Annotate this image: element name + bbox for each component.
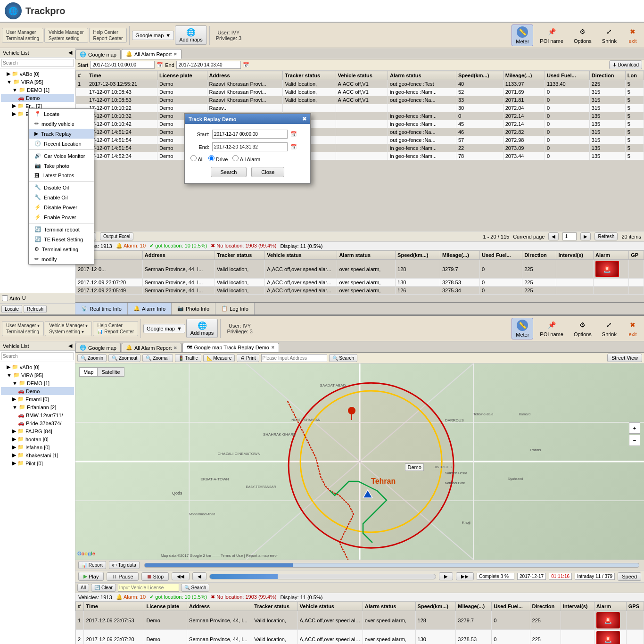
b-help-center-btn[interactable]: Help Center — [96, 322, 135, 329]
b-tree-emami[interactable]: ▶📁Emami [0] — [1, 395, 74, 403]
dialog-calendar-end[interactable]: 📅 — [290, 144, 297, 150]
add-maps-button[interactable]: 🌐 Add maps — [175, 25, 207, 45]
tree-item-vira[interactable]: ▼📁VIRA [95] — [1, 78, 74, 86]
b-tree-pilot[interactable]: ▶📁Pilot [0] — [1, 459, 74, 467]
address-input[interactable] — [261, 354, 327, 362]
b-sidebar-search-input[interactable] — [1, 352, 74, 360]
radio-all-alarm[interactable] — [232, 155, 239, 161]
alarm-table-row[interactable]: 17-12-07 10:10:42 Demo Razav... in geo-f… — [76, 120, 644, 128]
alarm-table-row[interactable]: 17-12-07 10:08:43 Demo Razavi Khorasan P… — [76, 88, 644, 96]
b-map-selector[interactable]: Google map ▼ — [143, 324, 185, 333]
ctx-car-voice[interactable]: 🔊 Car Voice Monitor — [29, 151, 94, 161]
refresh-results-btn[interactable]: Refresh — [594, 232, 618, 240]
poi-name-btn[interactable]: 📌 POI name — [536, 25, 567, 46]
alarm-table-row[interactable]: 17-12-07 10:10:22 Demo Razav... 30 2072.… — [76, 104, 644, 112]
next-btn[interactable]: ▶ — [439, 572, 453, 580]
output-excel-btn[interactable]: Output Excel — [100, 232, 133, 240]
radio-drive[interactable] — [208, 155, 215, 161]
realtime-table-scroll-top[interactable]: Time Address Tracker status Vehicle stat… — [75, 250, 644, 302]
map-selector[interactable]: Google map ▼ — [132, 31, 174, 40]
b-tree-demo[interactable]: 🚗Demo — [1, 387, 74, 395]
tree-item-demo-group[interactable]: ▼📁DEMO [1] — [1, 86, 74, 94]
vehicle-manager-group[interactable]: Vehicle Manager System setting — [44, 28, 88, 43]
page-prev-btn[interactable]: ◀ — [548, 232, 559, 240]
street-view-btn[interactable]: Street View — [607, 354, 642, 362]
b-user-manager-group[interactable]: User Manager ▾ Terminal setting — [2, 321, 44, 336]
b-vehicle-manager-btn[interactable]: Vehicle Manager ▾ — [48, 322, 89, 329]
b-help-center-group[interactable]: Help Center 📊 Report Center — [93, 321, 138, 336]
page-number-input[interactable] — [562, 232, 577, 240]
prev-btn[interactable]: ◀ — [192, 572, 206, 580]
alarm-table-row[interactable]: 17-12-07 14:52:34 Demo Razav... asan Pro… — [76, 152, 644, 160]
zoom-plus-btn[interactable]: + — [629, 422, 640, 434]
b-tab-alarm-report[interactable]: 🔔 All Alarm Report ✖ — [122, 343, 182, 352]
ctx-take-photo[interactable]: 📷 Take photo — [29, 161, 94, 171]
bottom-table-row[interactable]: 2 2017-12-09 23:07:20 Demo Semnan Provin… — [76, 630, 644, 644]
tree-item-vabo[interactable]: ▶📁vABo [0] — [1, 70, 74, 78]
help-center-btn[interactable]: Help Center — [92, 29, 124, 35]
map-btn[interactable]: Map — [79, 367, 97, 377]
shrink-btn[interactable]: ⤢ Shrink — [598, 25, 620, 46]
radio-drive-label[interactable]: Drive — [208, 155, 228, 162]
ctx-enable-oil[interactable]: 🔧 Enable Oil — [29, 192, 94, 202]
ctx-disable-oil[interactable]: 🔧 Disable Oil — [29, 182, 94, 192]
b-tree-pride[interactable]: 🚗Pride-37be374/ — [1, 419, 74, 427]
page-next-btn[interactable]: ▶ — [580, 232, 591, 240]
bottom-tab-alarm[interactable]: 🔔 Alarm Info — [128, 303, 172, 314]
prev-skip-btn[interactable]: ◀◀ — [172, 572, 190, 580]
traffic-btn[interactable]: 🚦 Traffic — [175, 354, 201, 362]
user-manager-btn[interactable]: User Manager — [5, 29, 40, 35]
dialog-calendar-start[interactable]: 📅 — [290, 131, 297, 137]
sidebar-collapse-icon[interactable]: ◀ — [68, 50, 72, 56]
b-tab-google-map[interactable]: 🌐 Google map — [75, 343, 121, 352]
b-poi-btn[interactable]: 📌 POI name — [536, 318, 567, 339]
b-meter-btn[interactable]: 📏 Meter — [512, 318, 533, 339]
b-tree-fajrg[interactable]: ▶📁FAJRG [84] — [1, 427, 74, 435]
calendar-icon-start[interactable]: 📅 — [157, 62, 163, 68]
replay-progress-container[interactable] — [209, 574, 436, 579]
stop-btn[interactable]: ⏹ Stop — [141, 572, 169, 581]
radio-all-label[interactable]: All — [190, 155, 204, 162]
b-search-btn[interactable]: 🔍 Search — [181, 584, 209, 592]
user-manager-group[interactable]: User Manager Terminal setting — [2, 28, 43, 43]
ctx-te-reset[interactable]: 🔄 TE Reset Setting — [29, 234, 94, 244]
ctx-terminal-setting[interactable]: ⚙ Terminal setting — [29, 244, 94, 254]
realtime-table-row[interactable]: 2017-12-0... Semnan Province, 44, I... V… — [76, 260, 644, 279]
alarm-table-row[interactable]: 17-12-07 14:51:54 Demo Razav... in geo-f… — [76, 144, 644, 152]
alarm-table-row[interactable]: 17-12-07 14:51:24 Demo Razav... out geo-… — [76, 128, 644, 136]
alarm-table-row[interactable]: 17-12-07 10:08:53 Demo Razavi Khorasan P… — [76, 96, 644, 104]
next-skip-btn[interactable]: ▶▶ — [456, 572, 474, 580]
report-center-btn[interactable]: Report Center — [92, 35, 124, 41]
b-vehicle-manager-group[interactable]: Vehicle Manager ▾ System setting ▾ — [45, 321, 92, 336]
realtime-table-row[interactable]: 2017-12-09 23:05:49 Semnan Province, 44,… — [76, 287, 644, 295]
start-date-input[interactable] — [90, 61, 155, 69]
tab-google-map[interactable]: 🌐 Google map — [75, 50, 121, 59]
download-btn[interactable]: ⬇ Download — [609, 60, 642, 69]
bottom-tab-photo[interactable]: 📷 Photo Info — [172, 303, 215, 314]
satellite-btn[interactable]: Satellite — [97, 367, 124, 377]
ctx-enable-power[interactable]: ⚡ Enable Power — [29, 212, 94, 222]
help-center-group[interactable]: Help Center Report Center — [89, 28, 127, 43]
b-tree-bmw[interactable]: 🚗BMW-12sat711/ — [1, 411, 74, 419]
speed-btn[interactable]: Speed — [618, 572, 641, 581]
ctx-modify[interactable]: ✏ modify — [29, 254, 94, 264]
b-tree-vira[interactable]: ▼📁VIRA [95] — [1, 371, 74, 379]
bottom-table-row[interactable]: 1 2017-12-09 23:07:53 Demo Semnan Provin… — [76, 611, 644, 630]
b-terminal-setting-btn[interactable]: Terminal setting — [5, 329, 41, 335]
b-add-maps-button[interactable]: 🌐 Add maps — [186, 319, 218, 338]
terminal-setting-btn[interactable]: Terminal setting — [5, 35, 40, 41]
ctx-modify-vehicle[interactable]: ✏ modify vehicle — [29, 119, 94, 129]
alarm-table-row[interactable]: 17-12-07 10:10:32 Demo Razav... in geo-f… — [76, 112, 644, 120]
zoom-minus-btn[interactable]: − — [629, 435, 640, 446]
auto-checkbox[interactable] — [2, 295, 8, 301]
bottom-data-table-scroll[interactable]: # Time License plate Address Tracker sta… — [75, 602, 644, 644]
b-shrink-btn[interactable]: ⤢ Shrink — [598, 318, 620, 339]
b-tree-vabo[interactable]: ▶📁vABo [0] — [1, 363, 74, 371]
dialog-close-btn[interactable]: Close — [251, 167, 284, 177]
ctx-track-replay[interactable]: ▶ Track Replay — [29, 129, 94, 139]
b-report-btn[interactable]: 📊 Report — [78, 561, 106, 569]
dialog-start-input[interactable] — [212, 130, 288, 139]
dialog-search-btn[interactable]: Search — [211, 167, 247, 177]
end-date-input[interactable] — [176, 61, 241, 69]
map-search-btn[interactable]: 🔍 Search — [329, 354, 357, 362]
